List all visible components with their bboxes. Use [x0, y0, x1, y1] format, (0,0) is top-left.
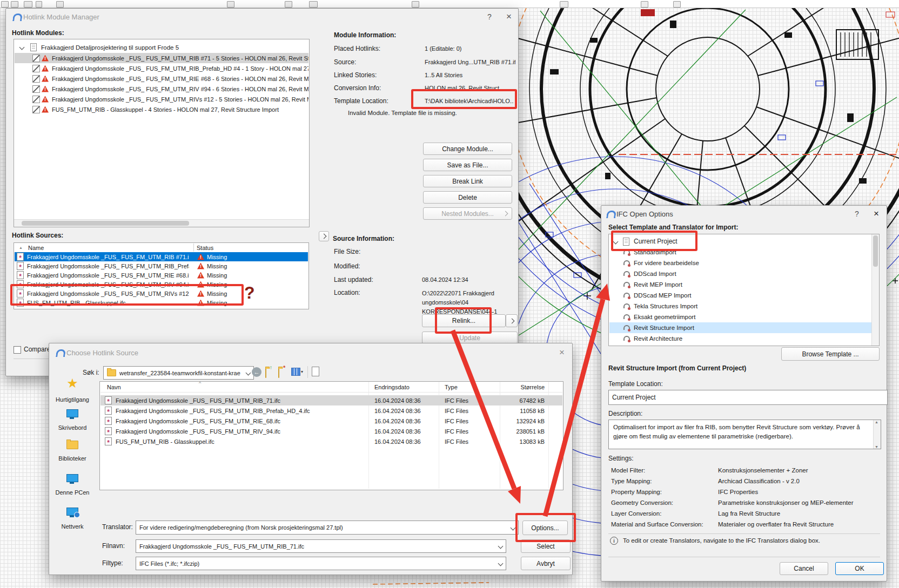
sidebar-item-network[interactable]: Nettverk: [50, 508, 95, 530]
browse-template-button[interactable]: Browse Template ...: [781, 347, 880, 361]
close-button[interactable]: ×: [503, 11, 515, 22]
description-box: Optimalisert for import av filer fra RIB…: [608, 420, 881, 449]
scrollbar-thumb[interactable]: [873, 235, 878, 267]
close-button[interactable]: ×: [556, 347, 568, 358]
help-button[interactable]: ?: [484, 11, 495, 22]
help-button[interactable]: ?: [851, 208, 863, 219]
chevron-down-icon[interactable]: [613, 239, 619, 244]
change-module-button[interactable]: Change Module...: [423, 143, 512, 155]
toolbar-icon[interactable]: [24, 1, 32, 8]
toolbar-icon[interactable]: [641, 1, 648, 8]
sidebar-item-libraries[interactable]: Biblioteker: [50, 441, 95, 462]
module-tree-root[interactable]: Frakkagjerd Detaljprosjektering til supp…: [15, 42, 308, 52]
scroll-down-icon[interactable]: ▼: [875, 445, 878, 449]
ok-button[interactable]: OK: [835, 562, 884, 575]
up-folder-button[interactable]: ↑: [265, 368, 266, 378]
sidebar-item-this-pc[interactable]: Denne PCen: [50, 474, 95, 496]
file-type: IFC Files: [445, 438, 468, 445]
views-dropdown-icon[interactable]: ▾: [301, 369, 303, 374]
look-in-dropdown[interactable]: wetransfer_223584-teamworkfil-konstant-k…: [103, 366, 254, 380]
filetype-dropdown[interactable]: IFC Files (*.ifc; *.ifczip): [136, 557, 506, 570]
toolbar-icon[interactable]: [560, 1, 568, 8]
toolbar-icon[interactable]: [309, 1, 318, 8]
tree-root-row[interactable]: Current Project: [609, 236, 878, 247]
horizontal-scrollbar[interactable]: [14, 219, 309, 227]
setting-value: Materialer og overflater fra Revit Struc…: [718, 521, 834, 528]
translator-dropdown[interactable]: For videre redigering/mengdeberegning (f…: [136, 521, 519, 535]
relink-button[interactable]: Relink...: [422, 314, 506, 327]
sidebar-label: Denne PCen: [50, 489, 95, 496]
location-label: Location:: [334, 289, 360, 296]
toolbar-icon[interactable]: [36, 1, 42, 8]
options-button[interactable]: Options...: [522, 521, 568, 535]
source-row[interactable]: Frakkagjerd Ungdomsskole _FUS_ FUS_FM_UT…: [15, 280, 308, 289]
translator-row[interactable]: For videre bearbeidelse: [609, 258, 878, 268]
translator-label: Translator:: [102, 523, 133, 531]
translator-row[interactable]: DDScad Import: [609, 268, 878, 279]
select-button[interactable]: Select: [521, 539, 571, 553]
sidebar-item-desktop[interactable]: Skrivebord: [50, 409, 95, 431]
nested-modules-button[interactable]: Nested Modules...: [423, 207, 512, 220]
ifc-options-titlebar: IFC Open Options ? ×: [601, 206, 887, 222]
ifc-file-icon: [105, 417, 112, 425]
template-location-value: Current Project: [612, 394, 656, 401]
cancel-button[interactable]: Avbryt: [521, 557, 571, 570]
file-row[interactable]: Frakkagjerd Ungdomsskole _FUS_ FUS_FM_UT…: [100, 416, 562, 426]
settings-label: Settings:: [608, 455, 634, 462]
new-folder-button[interactable]: *: [278, 368, 279, 378]
translator-row[interactable]: Revit Architecture: [609, 333, 878, 344]
translator-row[interactable]: Eksakt geometriimport: [609, 312, 878, 322]
translator-row[interactable]: Standardimport: [609, 247, 878, 258]
translator-row-selected[interactable]: Revit Structure Import: [609, 322, 878, 333]
file-row[interactable]: Frakkagjerd Ungdomsskole _FUS_ FUS_FM_UT…: [100, 395, 562, 405]
archicad-logo-icon: [56, 349, 66, 357]
translator-icon: [623, 303, 631, 310]
file-row[interactable]: FUS_FM_UTM_RIB - Glasskuppel.ifc 16.04.2…: [100, 436, 562, 447]
toolbar-icon[interactable]: [412, 1, 419, 8]
translator-row[interactable]: DDScad MEP Import: [609, 290, 878, 301]
description-scrollbar[interactable]: ▲ ▼: [873, 420, 881, 449]
translator-row[interactable]: Revit MEP Import: [609, 279, 878, 290]
toolbar-icon[interactable]: [285, 1, 292, 8]
chevron-down-icon[interactable]: [19, 45, 25, 50]
relink-menu-button[interactable]: [506, 314, 518, 327]
update-button[interactable]: Update: [422, 332, 518, 344]
file-row[interactable]: Frakkagjerd Ungdomsskole _FUS_ FUS_FM_UT…: [100, 426, 562, 436]
module-row[interactable]: Frakkagjerd Ungdomsskole _FUS_ FUS_FM_UT…: [15, 63, 308, 73]
module-row[interactable]: Frakkagjerd Ungdomsskole _FUS_ FUS_FM_UT…: [15, 94, 308, 104]
source-row[interactable]: FUS_FM_UTM_RIB - Glasskuppel.ifc Missing: [15, 298, 308, 307]
source-row[interactable]: Frakkagjerd Ungdomsskole _FUS_ FUS_FM_UT…: [15, 271, 308, 280]
toolbar-icon[interactable]: [673, 1, 681, 8]
back-button[interactable]: ←: [252, 367, 261, 377]
close-button[interactable]: ×: [870, 208, 882, 219]
module-row[interactable]: FUS_FM_UTM_RIB - Glasskuppel - 4 Stories…: [15, 104, 308, 114]
save-as-file-button[interactable]: Save as File...: [423, 159, 512, 171]
toolbar-icon[interactable]: [227, 1, 234, 8]
file-row[interactable]: Frakkagjerd Ungdomsskole _FUS_ FUS_FM_UT…: [100, 405, 562, 416]
preview-button[interactable]: [312, 367, 319, 376]
module-row[interactable]: Frakkagjerd Ungdomsskole _FUS_ FUS_FM_UT…: [15, 73, 308, 84]
source-row[interactable]: Frakkagjerd Ungdomsskole _FUS_ FUS_FM_UT…: [15, 261, 308, 271]
file-list-header[interactable]: Navn ^ Endringsdato Type Størrelse: [100, 382, 562, 393]
sidebar-item-quick-access[interactable]: ★ Hurtigtilgang: [50, 377, 95, 403]
source-row[interactable]: Frakkagjerd Ungdomsskole _FUS_ FUS_FM_UT…: [15, 252, 308, 261]
toolbar-icon[interactable]: [1, 1, 9, 8]
module-row[interactable]: Frakkagjerd Ungdomsskole _FUS_ FUS_FM_UT…: [15, 53, 308, 63]
sources-header[interactable]: ▲ Name Status: [15, 243, 308, 253]
translator-row[interactable]: Tekla Structures Import: [609, 301, 878, 312]
compare-checkbox[interactable]: [14, 346, 21, 354]
scroll-up-icon[interactable]: ▲: [875, 420, 878, 424]
module-row[interactable]: Frakkagjerd Ungdomsskole _FUS_ FUS_FM_UT…: [15, 84, 308, 94]
filename-dropdown[interactable]: Frakkagjerd Ungdomsskole _FUS_ FUS_FM_UT…: [136, 539, 506, 553]
scrollbar-thumb[interactable]: [22, 221, 189, 226]
translator-icon: [623, 260, 631, 267]
vertical-scrollbar[interactable]: [871, 234, 879, 346]
views-button[interactable]: [291, 368, 300, 376]
toolbar-icon[interactable]: [11, 1, 18, 8]
delete-button[interactable]: Delete: [423, 191, 512, 204]
source-row[interactable]: Frakkagjerd Ungdomsskole _FUS_ FUS_FM_UT…: [15, 289, 308, 298]
toolbar-icon[interactable]: [56, 1, 64, 8]
sources-expander-button[interactable]: [319, 231, 329, 241]
cancel-button[interactable]: Cancel: [780, 562, 828, 575]
break-link-button[interactable]: Break Link: [423, 175, 512, 187]
